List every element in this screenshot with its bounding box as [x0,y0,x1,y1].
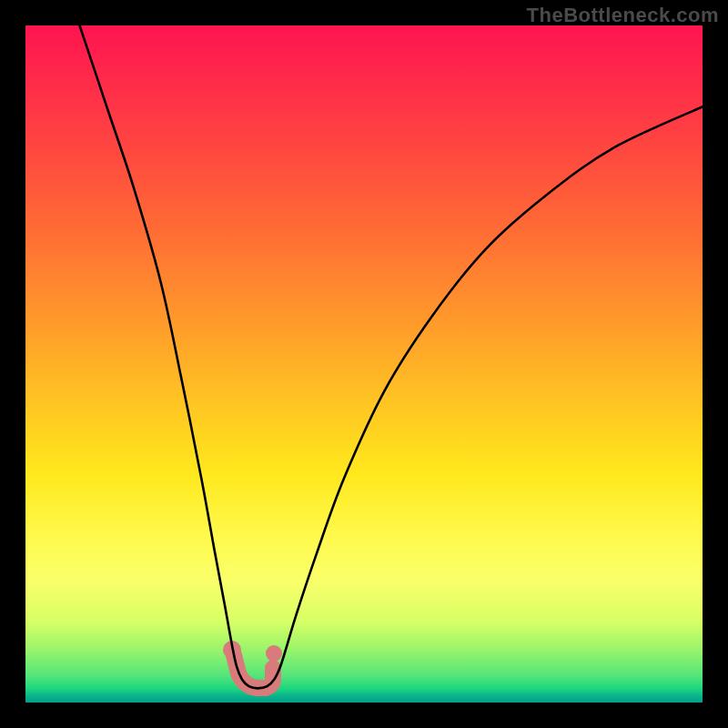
watermark-text: TheBottleneck.com [527,4,719,27]
highlight-path [234,655,273,688]
bottleneck-curve [80,25,703,688]
highlight-end-dot [266,645,282,662]
chart-frame: TheBottleneck.com [0,0,728,728]
chart-overlay [25,25,703,703]
plot-area [25,25,703,703]
